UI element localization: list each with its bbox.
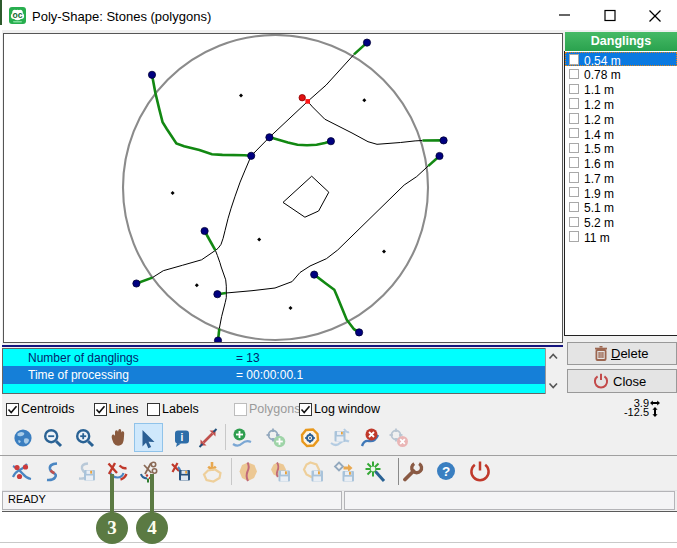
svg-text:i: i [181, 432, 184, 443]
svg-text:?: ? [442, 464, 450, 479]
svg-text:oc: oc [13, 10, 23, 20]
